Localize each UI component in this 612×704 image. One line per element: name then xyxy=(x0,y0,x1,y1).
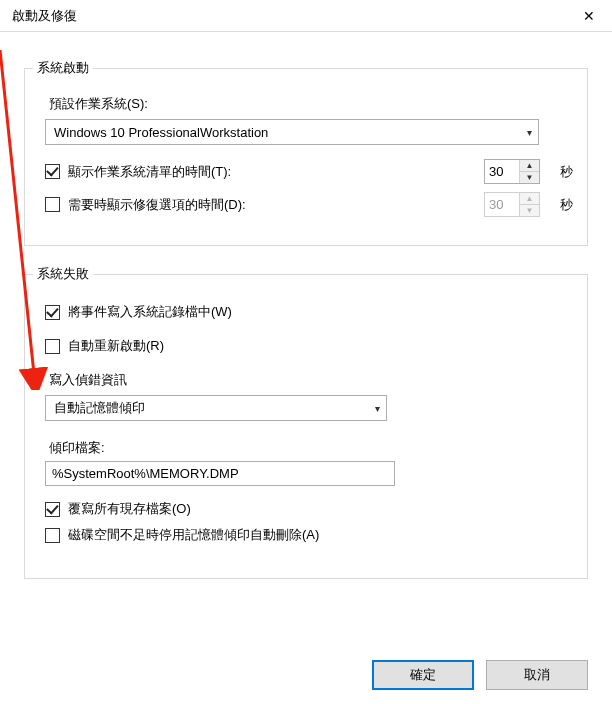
chevron-down-icon: ▾ xyxy=(527,127,532,138)
low-disk-row: 磁碟空間不足時停用記憶體傾印自動刪除(A) xyxy=(45,526,573,544)
show-recovery-seconds-input xyxy=(485,193,519,216)
overwrite-label: 覆寫所有現存檔案(O) xyxy=(68,500,191,518)
debug-info-label: 寫入偵錯資訊 xyxy=(49,371,573,389)
system-startup-title: 系統啟動 xyxy=(33,59,93,77)
auto-restart-row: 自動重新啟動(R) xyxy=(45,337,573,355)
overwrite-checkbox[interactable] xyxy=(45,502,60,517)
default-os-value: Windows 10 ProfessionalWorkstation xyxy=(54,125,268,140)
low-disk-label: 磁碟空間不足時停用記憶體傾印自動刪除(A) xyxy=(68,526,319,544)
dump-file-input[interactable] xyxy=(45,461,395,486)
close-button[interactable]: ✕ xyxy=(566,0,612,32)
show-recovery-label: 需要時顯示修復選項的時間(D): xyxy=(68,196,246,214)
dump-file-label: 傾印檔案: xyxy=(49,439,573,457)
show-recovery-checkbox[interactable] xyxy=(45,197,60,212)
chevron-down-icon: ▾ xyxy=(375,403,380,414)
default-os-select[interactable]: Windows 10 ProfessionalWorkstation ▾ xyxy=(45,119,539,145)
low-disk-checkbox[interactable] xyxy=(45,528,60,543)
write-log-label: 將事件寫入系統記錄檔中(W) xyxy=(68,303,232,321)
cancel-button[interactable]: 取消 xyxy=(486,660,588,690)
show-os-list-seconds-spinner[interactable]: ▲ ▼ xyxy=(484,159,540,184)
close-icon: ✕ xyxy=(583,8,595,24)
default-os-label: 預設作業系統(S): xyxy=(49,95,573,113)
show-recovery-unit: 秒 xyxy=(560,196,573,214)
spinner-up-icon[interactable]: ▲ xyxy=(520,160,539,172)
spinner-up-icon: ▲ xyxy=(520,193,539,205)
system-failure-group: 系統失敗 將事件寫入系統記錄檔中(W) 自動重新啟動(R) 寫入偵錯資訊 自動記… xyxy=(24,274,588,579)
show-os-list-row: 顯示作業系統清單的時間(T): ▲ ▼ 秒 xyxy=(45,159,573,184)
dialog-content: 系統啟動 預設作業系統(S): Windows 10 ProfessionalW… xyxy=(0,32,612,579)
debug-type-select[interactable]: 自動記憶體傾印 ▾ xyxy=(45,395,387,421)
system-failure-title: 系統失敗 xyxy=(33,265,93,283)
show-os-list-seconds-input[interactable] xyxy=(485,160,519,183)
ok-button-label: 確定 xyxy=(410,666,436,684)
window-title: 啟動及修復 xyxy=(12,7,77,25)
show-os-list-checkbox[interactable] xyxy=(45,164,60,179)
auto-restart-label: 自動重新啟動(R) xyxy=(68,337,164,355)
show-os-list-label: 顯示作業系統清單的時間(T): xyxy=(68,163,231,181)
show-recovery-row: 需要時顯示修復選項的時間(D): ▲ ▼ 秒 xyxy=(45,192,573,217)
title-bar: 啟動及修復 ✕ xyxy=(0,0,612,32)
overwrite-row: 覆寫所有現存檔案(O) xyxy=(45,500,573,518)
write-log-row: 將事件寫入系統記錄檔中(W) xyxy=(45,303,573,321)
show-recovery-seconds-spinner: ▲ ▼ xyxy=(484,192,540,217)
dialog-button-bar: 確定 取消 xyxy=(372,660,588,690)
write-log-checkbox[interactable] xyxy=(45,305,60,320)
ok-button[interactable]: 確定 xyxy=(372,660,474,690)
debug-type-value: 自動記憶體傾印 xyxy=(54,399,145,417)
spinner-down-icon: ▼ xyxy=(520,205,539,216)
cancel-button-label: 取消 xyxy=(524,666,550,684)
system-startup-group: 系統啟動 預設作業系統(S): Windows 10 ProfessionalW… xyxy=(24,68,588,246)
show-os-list-unit: 秒 xyxy=(560,163,573,181)
auto-restart-checkbox[interactable] xyxy=(45,339,60,354)
spinner-down-icon[interactable]: ▼ xyxy=(520,172,539,183)
